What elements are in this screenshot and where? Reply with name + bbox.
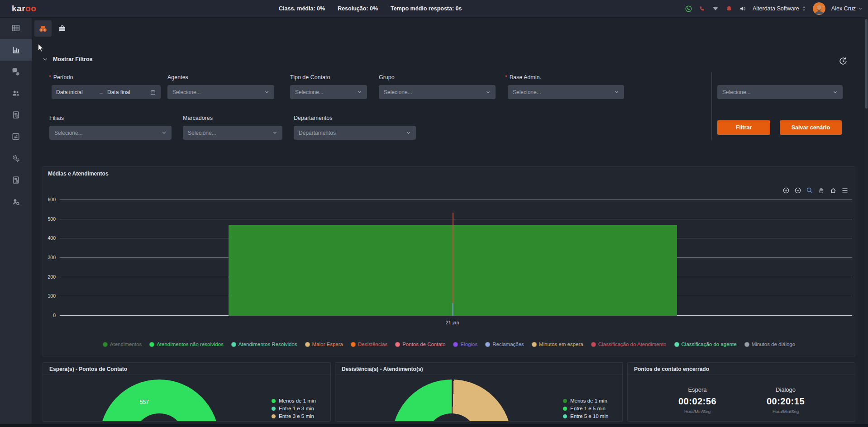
sidebar-item-users[interactable] [0, 82, 32, 104]
calendar-icon [150, 89, 156, 95]
base-admin-select[interactable]: Selecione... [508, 85, 624, 99]
company-selector[interactable]: Alterdata Software [753, 5, 807, 12]
legend-dot [563, 407, 567, 411]
menu-icon[interactable] [841, 187, 849, 194]
periodo-daterange-input[interactable]: Data inicial → Data final [52, 85, 161, 99]
sidebar-item-chats[interactable] [0, 61, 32, 82]
bar-chart-icon [11, 45, 20, 54]
sidebar-item-search-report[interactable] [0, 104, 32, 126]
legend-item[interactable]: Classificação do agente [674, 342, 737, 347]
legend-item[interactable]: Maior Espera [305, 342, 343, 347]
legend-item[interactable]: Pontos de Contato [395, 342, 445, 347]
legend-item[interactable]: Minutos de diálogo [744, 342, 796, 347]
medias-title: Médias e Atendimentos [48, 171, 109, 177]
cenario-select[interactable]: Selecione... [717, 85, 843, 99]
sidebar-item-agent-search[interactable] [0, 191, 32, 213]
scrollbar-thumb[interactable] [865, 19, 868, 109]
legend-dot [231, 342, 236, 347]
user-menu[interactable]: Alex Cruz [831, 5, 863, 12]
window-bottom-edge [0, 424, 868, 427]
sidebar-item-agent-report[interactable] [0, 169, 32, 191]
avatar[interactable] [813, 2, 825, 15]
legend-item[interactable]: Menos de 1 min [563, 398, 608, 403]
legend-item[interactable]: Menos de 1 min [272, 398, 316, 403]
selection-zoom-icon[interactable] [806, 187, 813, 194]
legend-dot [103, 342, 108, 347]
stat-tempo-resposta: Tempo médio resposta: 0s [391, 5, 462, 12]
departamentos-select[interactable]: Departamentos [294, 126, 416, 140]
chevron-down-icon [858, 6, 863, 11]
legend-item[interactable]: Atendimentos [103, 342, 142, 347]
legend-label: Classificação do agente [682, 342, 737, 347]
toggle-filters[interactable]: Mostrar Filtros [43, 56, 93, 62]
mouse-cursor [38, 43, 44, 52]
wifi-icon[interactable] [712, 5, 720, 13]
espera-donut[interactable] [100, 380, 219, 422]
chevron-down-icon [357, 90, 362, 95]
legend-item[interactable]: Atendimentos não resolvidos [149, 342, 224, 347]
sort-arrows-icon [801, 5, 807, 12]
refresh-history-icon[interactable] [838, 56, 848, 66]
legend-item[interactable]: Entre 1 e 5 min [563, 406, 608, 411]
legend-item[interactable]: Classificação do Atendimento [591, 342, 667, 347]
legend-item[interactable]: Entre 3 e 5 min [272, 413, 316, 419]
y-tick-label: 0 [53, 313, 56, 318]
scrollbar[interactable] [865, 17, 868, 427]
legend-label: Classificação do Atendimento [598, 342, 667, 347]
gridline: 500 [60, 219, 852, 219]
legend-item[interactable]: Reclamações [485, 342, 524, 347]
data-final-input[interactable]: Data final [107, 89, 146, 95]
legend-item[interactable]: Elogios [453, 342, 477, 347]
desistencia-donut[interactable] [392, 380, 511, 422]
sidebar [0, 17, 32, 427]
zoom-out-icon[interactable] [794, 187, 801, 194]
home-icon[interactable] [830, 187, 837, 194]
desistencia-legend: Menos de 1 min Entre 1 e 5 min Entre 5 e… [563, 398, 608, 419]
metric-unit: Hora/Min/Seg [657, 409, 738, 414]
filiais-select[interactable]: Selecione... [49, 126, 172, 140]
medias-plot[interactable]: 21 jan 0100200300400500600 [60, 200, 852, 316]
tab-briefcase[interactable] [53, 20, 71, 37]
sidebar-item-dashboards[interactable] [0, 39, 32, 61]
legend-item[interactable]: Entre 1 e 3 min [272, 406, 316, 411]
sidebar-item-sync[interactable] [0, 126, 32, 147]
app-logo[interactable]: karoo [12, 4, 36, 14]
topbar: karoo Class. média: 0% Resolução: 0% Tem… [0, 0, 868, 17]
legend-item[interactable]: Atendimentos Resolvidos [231, 342, 297, 347]
salvar-cenario-button[interactable]: Salvar cenário [780, 120, 842, 135]
legend-item[interactable]: Entre 5 e 10 min [563, 413, 608, 419]
tipo-contato-select[interactable]: Selecione... [290, 85, 367, 99]
espera-metric: Espera 00:02:56 Hora/Min/Seg [657, 386, 738, 414]
topbar-stats: Class. média: 0% Resolução: 0% Tempo méd… [279, 0, 462, 17]
legend-label: Atendimentos Resolvidos [238, 342, 297, 347]
sidebar-item-table[interactable] [0, 17, 32, 39]
company-name: Alterdata Software [753, 5, 799, 12]
pan-hand-icon[interactable] [818, 187, 825, 194]
phone-alert-icon[interactable] [698, 5, 706, 13]
legend-item[interactable]: Desistências [351, 342, 387, 347]
series-maior-espera[interactable] [453, 213, 453, 316]
agentes-select[interactable]: Selecione... [167, 85, 274, 99]
sidebar-item-settings[interactable] [0, 147, 32, 169]
espera-legend: Menos de 1 min Entre 1 e 3 min Entre 3 e… [272, 398, 316, 419]
users-icon [11, 89, 20, 98]
grupo-select[interactable]: Selecione... [379, 85, 496, 99]
legend-dot [674, 342, 679, 347]
tab-monitor[interactable] [34, 20, 52, 37]
legend-dot [532, 342, 537, 347]
data-inicial-input[interactable]: Data inicial [56, 89, 95, 95]
series-reclamações[interactable] [452, 303, 453, 316]
filtrar-button[interactable]: Filtrar [717, 120, 770, 135]
document-user-icon [11, 176, 20, 185]
zoom-in-icon[interactable] [782, 187, 790, 194]
espera-panel: Espera(s) - Pontos de Contato 557 Menos … [43, 362, 331, 422]
encerrado-panel: Pontos de contato encerrado Espera 00:02… [627, 362, 855, 422]
legend-dot [485, 342, 490, 347]
speaker-icon[interactable] [739, 5, 747, 13]
bell-icon[interactable] [725, 5, 733, 13]
whatsapp-icon[interactable] [685, 5, 692, 13]
legend-label: Reclamações [492, 342, 524, 347]
legend-item[interactable]: Minutos em espera [532, 342, 583, 347]
marcadores-select[interactable]: Selecione... [183, 126, 282, 140]
desistencia-title: Desistência(s) - Atendimento(s) [335, 363, 622, 375]
